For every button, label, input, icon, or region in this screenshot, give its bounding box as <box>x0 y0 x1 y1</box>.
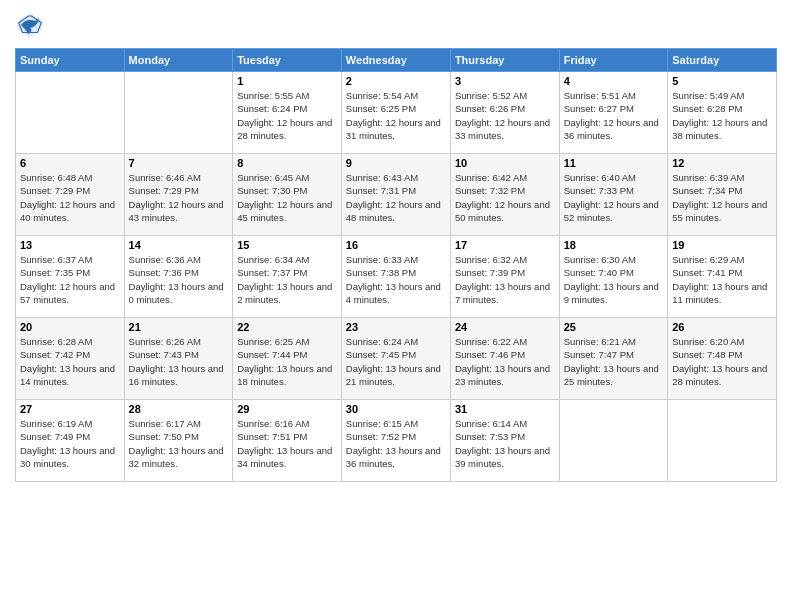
day-number: 28 <box>129 403 229 415</box>
calendar-cell: 10Sunrise: 6:42 AM Sunset: 7:32 PM Dayli… <box>450 154 559 236</box>
col-friday: Friday <box>559 49 668 72</box>
day-number: 25 <box>564 321 664 333</box>
day-info: Sunrise: 6:46 AM Sunset: 7:29 PM Dayligh… <box>129 171 229 224</box>
calendar-cell: 24Sunrise: 6:22 AM Sunset: 7:46 PM Dayli… <box>450 318 559 400</box>
calendar-cell: 29Sunrise: 6:16 AM Sunset: 7:51 PM Dayli… <box>233 400 342 482</box>
calendar-cell <box>668 400 777 482</box>
day-info: Sunrise: 5:49 AM Sunset: 6:28 PM Dayligh… <box>672 89 772 142</box>
day-number: 2 <box>346 75 446 87</box>
calendar-cell: 14Sunrise: 6:36 AM Sunset: 7:36 PM Dayli… <box>124 236 233 318</box>
calendar-header-row: Sunday Monday Tuesday Wednesday Thursday… <box>16 49 777 72</box>
day-number: 27 <box>20 403 120 415</box>
calendar-cell: 8Sunrise: 6:45 AM Sunset: 7:30 PM Daylig… <box>233 154 342 236</box>
day-info: Sunrise: 6:24 AM Sunset: 7:45 PM Dayligh… <box>346 335 446 388</box>
calendar-cell: 18Sunrise: 6:30 AM Sunset: 7:40 PM Dayli… <box>559 236 668 318</box>
col-monday: Monday <box>124 49 233 72</box>
calendar-cell: 21Sunrise: 6:26 AM Sunset: 7:43 PM Dayli… <box>124 318 233 400</box>
day-number: 12 <box>672 157 772 169</box>
day-number: 14 <box>129 239 229 251</box>
day-info: Sunrise: 6:34 AM Sunset: 7:37 PM Dayligh… <box>237 253 337 306</box>
day-number: 10 <box>455 157 555 169</box>
day-number: 8 <box>237 157 337 169</box>
col-tuesday: Tuesday <box>233 49 342 72</box>
day-info: Sunrise: 6:17 AM Sunset: 7:50 PM Dayligh… <box>129 417 229 470</box>
day-number: 21 <box>129 321 229 333</box>
day-info: Sunrise: 6:45 AM Sunset: 7:30 PM Dayligh… <box>237 171 337 224</box>
day-number: 26 <box>672 321 772 333</box>
calendar-cell: 2Sunrise: 5:54 AM Sunset: 6:25 PM Daylig… <box>341 72 450 154</box>
day-number: 7 <box>129 157 229 169</box>
calendar-week-row: 20Sunrise: 6:28 AM Sunset: 7:42 PM Dayli… <box>16 318 777 400</box>
page: Sunday Monday Tuesday Wednesday Thursday… <box>0 0 792 612</box>
calendar-cell: 19Sunrise: 6:29 AM Sunset: 7:41 PM Dayli… <box>668 236 777 318</box>
day-number: 20 <box>20 321 120 333</box>
day-number: 30 <box>346 403 446 415</box>
day-info: Sunrise: 6:25 AM Sunset: 7:44 PM Dayligh… <box>237 335 337 388</box>
day-number: 3 <box>455 75 555 87</box>
calendar-cell: 23Sunrise: 6:24 AM Sunset: 7:45 PM Dayli… <box>341 318 450 400</box>
calendar-cell: 22Sunrise: 6:25 AM Sunset: 7:44 PM Dayli… <box>233 318 342 400</box>
calendar-cell: 20Sunrise: 6:28 AM Sunset: 7:42 PM Dayli… <box>16 318 125 400</box>
day-info: Sunrise: 6:16 AM Sunset: 7:51 PM Dayligh… <box>237 417 337 470</box>
day-info: Sunrise: 6:29 AM Sunset: 7:41 PM Dayligh… <box>672 253 772 306</box>
calendar-cell: 6Sunrise: 6:48 AM Sunset: 7:29 PM Daylig… <box>16 154 125 236</box>
day-number: 4 <box>564 75 664 87</box>
day-number: 17 <box>455 239 555 251</box>
day-info: Sunrise: 6:40 AM Sunset: 7:33 PM Dayligh… <box>564 171 664 224</box>
day-info: Sunrise: 6:37 AM Sunset: 7:35 PM Dayligh… <box>20 253 120 306</box>
calendar-cell: 5Sunrise: 5:49 AM Sunset: 6:28 PM Daylig… <box>668 72 777 154</box>
day-info: Sunrise: 6:32 AM Sunset: 7:39 PM Dayligh… <box>455 253 555 306</box>
day-info: Sunrise: 6:21 AM Sunset: 7:47 PM Dayligh… <box>564 335 664 388</box>
calendar-cell: 25Sunrise: 6:21 AM Sunset: 7:47 PM Dayli… <box>559 318 668 400</box>
calendar-week-row: 6Sunrise: 6:48 AM Sunset: 7:29 PM Daylig… <box>16 154 777 236</box>
calendar-cell <box>124 72 233 154</box>
day-info: Sunrise: 5:55 AM Sunset: 6:24 PM Dayligh… <box>237 89 337 142</box>
calendar-cell: 26Sunrise: 6:20 AM Sunset: 7:48 PM Dayli… <box>668 318 777 400</box>
day-number: 5 <box>672 75 772 87</box>
day-info: Sunrise: 6:28 AM Sunset: 7:42 PM Dayligh… <box>20 335 120 388</box>
day-number: 16 <box>346 239 446 251</box>
calendar-cell: 3Sunrise: 5:52 AM Sunset: 6:26 PM Daylig… <box>450 72 559 154</box>
day-info: Sunrise: 6:43 AM Sunset: 7:31 PM Dayligh… <box>346 171 446 224</box>
calendar-cell: 12Sunrise: 6:39 AM Sunset: 7:34 PM Dayli… <box>668 154 777 236</box>
col-thursday: Thursday <box>450 49 559 72</box>
calendar-cell: 13Sunrise: 6:37 AM Sunset: 7:35 PM Dayli… <box>16 236 125 318</box>
day-number: 15 <box>237 239 337 251</box>
day-info: Sunrise: 6:19 AM Sunset: 7:49 PM Dayligh… <box>20 417 120 470</box>
day-info: Sunrise: 6:36 AM Sunset: 7:36 PM Dayligh… <box>129 253 229 306</box>
day-number: 19 <box>672 239 772 251</box>
calendar-cell: 9Sunrise: 6:43 AM Sunset: 7:31 PM Daylig… <box>341 154 450 236</box>
day-number: 6 <box>20 157 120 169</box>
day-number: 1 <box>237 75 337 87</box>
day-info: Sunrise: 5:54 AM Sunset: 6:25 PM Dayligh… <box>346 89 446 142</box>
logo-icon <box>15 10 45 40</box>
day-number: 11 <box>564 157 664 169</box>
calendar-table: Sunday Monday Tuesday Wednesday Thursday… <box>15 48 777 482</box>
day-info: Sunrise: 6:33 AM Sunset: 7:38 PM Dayligh… <box>346 253 446 306</box>
logo <box>15 10 49 40</box>
day-info: Sunrise: 6:20 AM Sunset: 7:48 PM Dayligh… <box>672 335 772 388</box>
calendar-cell: 28Sunrise: 6:17 AM Sunset: 7:50 PM Dayli… <box>124 400 233 482</box>
calendar-cell: 17Sunrise: 6:32 AM Sunset: 7:39 PM Dayli… <box>450 236 559 318</box>
calendar-week-row: 13Sunrise: 6:37 AM Sunset: 7:35 PM Dayli… <box>16 236 777 318</box>
day-number: 31 <box>455 403 555 415</box>
day-info: Sunrise: 6:26 AM Sunset: 7:43 PM Dayligh… <box>129 335 229 388</box>
calendar-cell: 16Sunrise: 6:33 AM Sunset: 7:38 PM Dayli… <box>341 236 450 318</box>
day-number: 9 <box>346 157 446 169</box>
calendar-cell: 7Sunrise: 6:46 AM Sunset: 7:29 PM Daylig… <box>124 154 233 236</box>
day-info: Sunrise: 6:42 AM Sunset: 7:32 PM Dayligh… <box>455 171 555 224</box>
col-saturday: Saturday <box>668 49 777 72</box>
calendar-cell: 4Sunrise: 5:51 AM Sunset: 6:27 PM Daylig… <box>559 72 668 154</box>
day-info: Sunrise: 6:39 AM Sunset: 7:34 PM Dayligh… <box>672 171 772 224</box>
day-info: Sunrise: 5:52 AM Sunset: 6:26 PM Dayligh… <box>455 89 555 142</box>
day-number: 24 <box>455 321 555 333</box>
day-number: 18 <box>564 239 664 251</box>
calendar-cell: 1Sunrise: 5:55 AM Sunset: 6:24 PM Daylig… <box>233 72 342 154</box>
col-sunday: Sunday <box>16 49 125 72</box>
day-number: 13 <box>20 239 120 251</box>
day-number: 23 <box>346 321 446 333</box>
day-number: 22 <box>237 321 337 333</box>
calendar-cell <box>559 400 668 482</box>
calendar-week-row: 27Sunrise: 6:19 AM Sunset: 7:49 PM Dayli… <box>16 400 777 482</box>
col-wednesday: Wednesday <box>341 49 450 72</box>
